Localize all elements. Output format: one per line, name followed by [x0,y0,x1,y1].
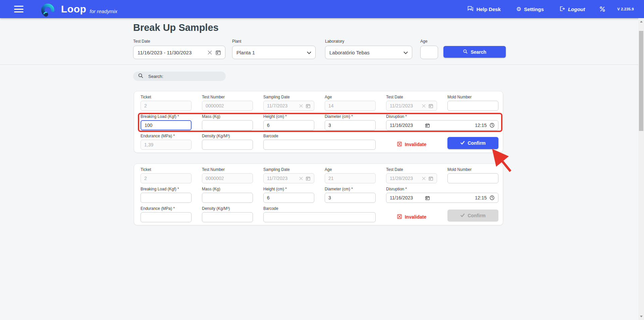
test-number-label: Test Number [202,167,253,172]
age-input [325,101,376,111]
age-label: Age [325,95,376,99]
age-label: Age [325,167,376,172]
settings-button[interactable]: ⚙ Settings [516,6,544,12]
confirm-button-disabled: Confirm [447,210,498,222]
breaking-load-input[interactable] [141,193,192,203]
menu-button[interactable] [14,6,23,12]
mass-input[interactable] [202,193,253,203]
calendar-icon[interactable] [215,50,221,55]
search-button[interactable]: Search [443,46,506,58]
ticket-label: Ticket [141,95,192,99]
breaking-load-label: Breaking Load (Kgf) * [141,187,192,191]
ticket-label: Ticket [141,167,192,172]
invalidate-button[interactable]: Invalidate [397,214,427,220]
invalidate-icon [397,214,402,220]
test-date-filter-label: Test Date [133,39,225,44]
age-filter-input[interactable] [423,50,435,55]
clock-icon[interactable] [489,123,495,128]
brand-logo[interactable]: Loop for readymix [40,0,117,18]
mold-number-label: Mold Number [447,167,498,172]
brand-name: Loop [61,3,86,15]
disruption-input[interactable]: 11/16/2023 12:15 [386,193,498,203]
density-input[interactable] [202,140,253,150]
mold-number-input[interactable] [447,101,498,111]
age-filter-label: Age [420,39,438,44]
density-label: Density (Kg/M³) [202,206,253,211]
app-version: V 2.235.9 [617,7,634,11]
calendar-icon [306,103,311,108]
clear-icon[interactable] [208,50,212,55]
test-date-input: 11/21/2023 [386,101,437,111]
diameter-input[interactable] [325,120,376,130]
percent-status-icon[interactable] [599,6,606,12]
laboratory-select[interactable]: Laboratório Tebas [325,46,412,59]
scrollbar-thumb[interactable] [639,31,643,131]
scroll-up-arrow[interactable] [638,19,644,25]
calendar-icon[interactable] [425,123,430,128]
sample-card: Ticket Test Number Sampling Date 11/7/20… [134,164,503,225]
plant-select[interactable]: Planta 1 [232,46,316,59]
height-label: Height (cm) * [263,114,314,119]
sample-card: Ticket Test Number Sampling Date 11/7/20… [134,91,503,153]
chevron-down-icon [404,50,408,55]
density-input[interactable] [202,212,253,222]
diameter-input[interactable] [325,193,376,203]
barcode-input[interactable] [263,212,376,222]
clear-icon [422,104,426,108]
list-search-bar[interactable] [133,72,226,81]
mold-number-input[interactable] [447,173,498,183]
endurance-input[interactable] [141,212,192,222]
test-date-filter-input[interactable]: 11/16/2023 - 11/30/2023 [133,46,225,59]
scroll-down-arrow[interactable] [638,314,644,319]
height-input[interactable] [263,193,314,203]
mass-label: Mass (Kg) [202,114,253,119]
brand-tagline: for readymix [90,8,117,14]
confirm-button[interactable]: Confirm [447,137,498,149]
chat-icon [467,5,474,13]
sampling-date-label: Sampling Date [263,95,314,99]
page-title: Break Up Samples [133,22,219,33]
calendar-icon [428,103,433,108]
breaking-load-label: Breaking Load (Kgf) * [141,114,192,119]
mass-input[interactable] [202,120,253,130]
density-label: Density (Kg/M³) [202,134,253,138]
clear-icon [299,177,303,180]
magnifier-icon [138,73,144,80]
barcode-input[interactable] [263,140,376,150]
sampling-date-label: Sampling Date [263,167,314,172]
endurance-label: Endurance (MPa) * [141,206,192,211]
ticket-input [141,173,192,183]
scrollbar[interactable] [638,18,644,320]
plant-filter-label: Plant [232,39,316,44]
mold-number-label: Mold Number [447,95,498,99]
sampling-date-input: 11/7/2023 [263,101,314,111]
check-icon [460,140,465,146]
test-number-input [202,173,253,183]
magnifier-icon [463,49,468,55]
mass-label: Mass (Kg) [202,187,253,191]
age-input [325,173,376,183]
height-input[interactable] [263,120,314,130]
diameter-label: Diameter (cm) * [325,187,376,191]
clear-icon [299,104,303,108]
logout-button[interactable]: Logout [559,6,585,13]
help-desk-button[interactable]: Help Desk [467,5,501,13]
calendar-icon [428,176,433,181]
disruption-label: Disruption * [386,114,498,119]
list-search-input[interactable] [148,74,221,79]
barcode-label: Barcode [263,206,376,211]
loop-logo-icon [40,0,58,18]
check-icon [460,213,465,218]
clear-icon [422,177,426,180]
disruption-input[interactable]: 11/16/2023 12:15 [386,120,498,130]
age-filter-field [420,46,438,59]
clock-icon[interactable] [489,195,495,200]
calendar-icon[interactable] [425,195,430,200]
barcode-label: Barcode [263,134,376,138]
hamburger-icon [14,6,23,7]
diameter-label: Diameter (cm) * [325,114,376,119]
calendar-icon [306,176,311,181]
breaking-load-input[interactable] [141,120,192,130]
invalidate-button[interactable]: Invalidate [397,141,427,148]
test-number-label: Test Number [202,95,253,99]
